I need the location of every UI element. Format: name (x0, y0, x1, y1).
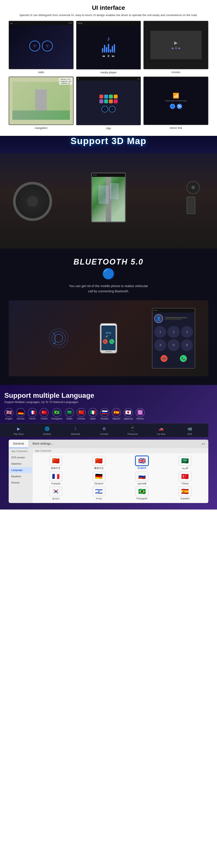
screen-media: Playing ♪ ⏮ ⏸ ⏭ (76, 21, 141, 69)
tab-more-settings[interactable]: More settings... (28, 440, 58, 448)
screen-nav: Altitude: 20mLongitude: 100Latitude: 30 (9, 76, 73, 125)
settings-label-dimmer: Dimmer (11, 481, 30, 484)
ui-grid: ●●● 87.50 km/h0 rpm0 radio Playing (9, 21, 208, 130)
lang-french[interactable]: 🇫🇷 Français (35, 471, 76, 485)
wifi-icon: 📶 (173, 93, 179, 99)
ui-item-movies: ▶ ⏮ ⏸ ⏭ movies (144, 21, 208, 74)
app-bar-bluetooth[interactable]: ᛒ Bluetooth (61, 425, 90, 435)
app-bar-console-label: Console (100, 433, 108, 435)
flag-german[interactable]: 🇩🇪 German (16, 408, 25, 420)
lang-arabic[interactable]: 🇸🇦 العربية (164, 456, 206, 470)
lang-russian-name: русский (138, 482, 146, 485)
flag-japanese-icon: 🇯🇵 (124, 408, 133, 417)
language-title: Support multiple Language (4, 392, 213, 400)
flag-chinese-label: Chinese (77, 417, 85, 420)
screen-app-label: App (106, 126, 111, 130)
steering-wheel (13, 182, 52, 221)
carauto-icon: 🚗 (158, 425, 165, 432)
flag-english[interactable]: 🇬🇧 English (4, 408, 13, 420)
app-bar-bluetooth-label: Bluetooth (71, 433, 80, 435)
app-bar-playstore-label: Play Store (14, 433, 24, 435)
tab-general[interactable]: General (9, 440, 28, 448)
flag-french[interactable]: 🇫🇷 French (28, 408, 37, 420)
flag-chinese[interactable]: 🇨🇳 Chinese (76, 408, 86, 420)
lang-traditional-chinese[interactable]: 🇨🇳 繁体中文 (78, 456, 120, 470)
lang-portuguese-name: Português (136, 497, 147, 500)
app-bar-console[interactable]: ⚙ Console (90, 425, 118, 435)
lang-korean-name: 한국어 (52, 497, 59, 500)
lang-portuguese[interactable]: 🇧🇷 Português (121, 487, 163, 500)
lang-turkish[interactable]: 🇹🇷 Türkçe (164, 471, 206, 485)
lang-english-name: English (137, 467, 146, 469)
language-section: Support multiple Language Support Multip… (0, 385, 217, 509)
settings-row-appcustomize[interactable]: App Customize (9, 448, 32, 455)
lang-german[interactable]: 🇩🇪 Deutsch (78, 471, 120, 485)
screen-radio-label: radio (38, 70, 44, 74)
language-flags-row: 🇬🇧 English 🇩🇪 German 🇫🇷 French 🇹🇷 Turkis… (4, 408, 213, 420)
dvr-icon: 📹 (186, 425, 193, 432)
ui-item-radio: ●●● 87.50 km/h0 rpm0 radio (9, 21, 73, 74)
lang-spanish[interactable]: 🇪🇸 Español (164, 487, 206, 500)
settings-label-language: Language (11, 469, 30, 471)
flag-french-label: French (29, 417, 36, 420)
settings-row-language[interactable]: Language (9, 467, 32, 473)
bluetooth-section: BLUETOOTH 5.0 🔵 You can get rid of the m… (0, 249, 217, 385)
settings-row-equalizer[interactable]: Equalizer (9, 473, 32, 479)
lang-hebrew[interactable]: 🇮🇱 עברית (78, 487, 120, 500)
console-icon: ⚙ (101, 425, 107, 432)
app-bar-carauto-label: Car Auto (157, 433, 165, 435)
flag-italian[interactable]: 🇮🇹 Italian (88, 408, 97, 420)
flag-arabic[interactable]: 🇸🇦 Arabic (65, 408, 74, 420)
settings-sidebar: App Customize GPS monitor Date/time Lang… (9, 448, 33, 503)
flag-spanish[interactable]: 🇪🇸 Spanish (112, 408, 121, 420)
flag-turkish-icon: 🇹🇷 (39, 408, 49, 417)
gauge-right: rpm0 (42, 40, 53, 52)
flag-hebrew-sel: 🇮🇱 (92, 487, 105, 496)
phone-sim: 00:04 🔊 📱 📞 📞 (100, 323, 117, 353)
lang-korean[interactable]: 🇰🇷 한국어 (35, 487, 76, 500)
flag-arabic-icon: 🇸🇦 (65, 408, 74, 417)
language-selection-header: App Customize (33, 448, 208, 453)
flag-chinese-icon: 🇨🇳 (76, 408, 86, 417)
app-bar-playstore[interactable]: ▶ Play Store (4, 425, 33, 435)
explorer-icon: 🌐 (43, 425, 51, 432)
app-bar-explorer[interactable]: 🌐 Explorer (33, 425, 61, 435)
ui-item-media: Playing ♪ ⏮ ⏸ ⏭ media playe (76, 21, 141, 74)
flag-german-icon: 🇩🇪 (16, 408, 25, 417)
flag-portuguese-sel: 🇧🇷 (135, 487, 148, 496)
flag-arabic-label: Arabic (66, 417, 72, 420)
flag-turkish[interactable]: 🇹🇷 Turkish (39, 408, 49, 420)
lang-russian[interactable]: 🇷🇺 русский (121, 471, 163, 485)
ui-item-nav: Altitude: 20mLongitude: 100Latitude: 30 … (9, 76, 73, 130)
app-bar-dvr[interactable]: 📹 DVR (176, 425, 204, 435)
screen-mirror: 📶 Please select connection mode 🔵 📡 (144, 76, 208, 125)
screen-mirror-label: mirror link (170, 126, 182, 129)
lang-german-name: Deutsch (95, 482, 103, 485)
app-bar-phonelink[interactable]: 📱 PhoneLink (119, 425, 147, 435)
settings-row-gps[interactable]: GPS monitor (9, 455, 32, 461)
settings-row-dimmer[interactable]: Dimmer (9, 479, 32, 486)
bt-car-screen: Phone 👤 1 2 3 4 5 6 (152, 308, 195, 369)
support-3d-title: Support 3D Map (70, 136, 147, 146)
flag-japanese[interactable]: 🇯🇵 Japanese (123, 408, 133, 420)
lang-english[interactable]: 🇬🇧 English (121, 456, 163, 470)
back-button[interactable]: ↩ (198, 440, 208, 448)
bluetooth-title: BLUETOOTH 5.0 (73, 257, 144, 267)
bt-bar-icon: ᛒ (72, 425, 79, 432)
flag-russian[interactable]: 🇷🇺 Russian (100, 408, 109, 420)
flag-hebrew[interactable]: ✡️ Hebrew (135, 408, 145, 420)
flag-spanish-label: Spanish (113, 417, 120, 420)
app-bar-carauto[interactable]: 🚗 Car Auto (147, 425, 175, 435)
lang-simplified-chinese[interactable]: 🇨🇳 简体中文 (35, 456, 76, 470)
app-bar-explorer-label: Explorer (43, 433, 51, 435)
settings-label-gps: GPS monitor (11, 456, 30, 459)
gauge-left: km/h0 (29, 40, 40, 52)
bluetooth-car-scene: 00:04 🔊 📱 📞 📞 Phone (9, 300, 208, 376)
app-bar-dvr-label: DVR (187, 433, 192, 435)
flag-portuguese[interactable]: 🇧🇷 Portuguese (51, 408, 62, 420)
settings-body: App Customize GPS monitor Date/time Lang… (9, 448, 208, 503)
flag-spanish-sel: 🇪🇸 (179, 487, 192, 496)
flag-simplified-chinese: 🇨🇳 (49, 456, 62, 466)
lang-traditional-chinese-name: 繁体中文 (94, 467, 104, 470)
settings-row-datetime[interactable]: Date/time (9, 461, 32, 467)
